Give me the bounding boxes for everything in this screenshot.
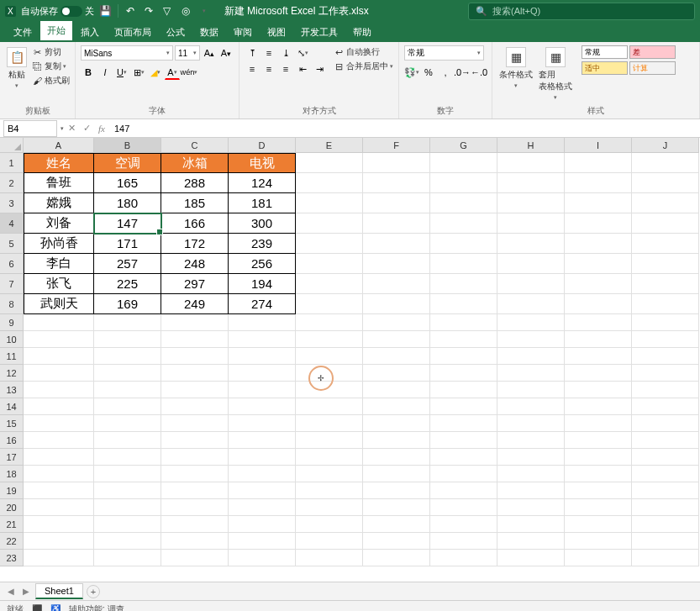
cell[interactable] xyxy=(296,254,363,274)
grow-font-button[interactable]: A▴ xyxy=(202,45,217,61)
cell[interactable] xyxy=(24,516,94,533)
cell[interactable] xyxy=(430,254,497,274)
cell[interactable]: 刘备 xyxy=(24,213,94,234)
row-header[interactable]: 1 xyxy=(0,153,24,173)
cell[interactable] xyxy=(296,314,363,331)
cell[interactable] xyxy=(296,274,363,294)
cell[interactable] xyxy=(94,348,161,365)
cell[interactable] xyxy=(632,254,699,274)
cell[interactable] xyxy=(94,466,161,482)
row-header[interactable]: 7 xyxy=(0,274,24,294)
cell[interactable] xyxy=(94,432,161,449)
row-header[interactable]: 11 xyxy=(0,348,24,365)
add-sheet-button[interactable]: + xyxy=(87,585,100,598)
name-box[interactable]: B4 xyxy=(3,120,57,137)
row-header[interactable]: 8 xyxy=(0,294,24,314)
cell[interactable] xyxy=(632,449,699,466)
cell[interactable] xyxy=(229,398,296,415)
cell[interactable] xyxy=(497,499,565,516)
cell[interactable]: 300 xyxy=(229,213,296,234)
cell[interactable] xyxy=(497,533,565,550)
cell[interactable] xyxy=(632,274,699,294)
cell[interactable] xyxy=(363,153,430,173)
cell[interactable] xyxy=(363,331,430,348)
cell[interactable] xyxy=(430,482,497,499)
row-header[interactable]: 2 xyxy=(0,173,24,193)
cell[interactable] xyxy=(24,398,94,415)
cell[interactable] xyxy=(430,449,497,466)
cell[interactable]: 172 xyxy=(161,234,229,254)
tab-file[interactable]: 文件 xyxy=(7,23,39,42)
col-header[interactable]: A xyxy=(24,138,94,153)
cell[interactable] xyxy=(565,193,632,213)
record-icon[interactable]: ⬛ xyxy=(32,604,42,611)
cell[interactable] xyxy=(632,382,699,398)
cell[interactable] xyxy=(430,153,497,173)
column-headers[interactable]: ABCDEFGHIJ xyxy=(24,138,699,153)
row-header[interactable]: 23 xyxy=(0,550,24,566)
row-header[interactable]: 15 xyxy=(0,415,24,432)
cell[interactable] xyxy=(565,432,632,449)
indent-inc-button[interactable]: ⇥ xyxy=(312,61,327,76)
cell[interactable] xyxy=(94,499,161,516)
cell[interactable] xyxy=(161,533,229,550)
tab-review[interactable]: 审阅 xyxy=(227,23,259,42)
underline-button[interactable]: U▾ xyxy=(114,65,129,80)
comma-button[interactable]: , xyxy=(438,65,453,80)
cell[interactable] xyxy=(497,432,565,449)
cell[interactable] xyxy=(430,533,497,550)
cell[interactable] xyxy=(565,234,632,254)
cell[interactable] xyxy=(24,550,94,566)
cell[interactable] xyxy=(565,365,632,382)
cut-button[interactable]: ✂剪切 xyxy=(31,45,70,59)
cell[interactable]: 181 xyxy=(229,193,296,213)
cell[interactable] xyxy=(296,173,363,193)
currency-button[interactable]: 💱▾ xyxy=(404,65,419,80)
cell[interactable] xyxy=(161,398,229,415)
row-header[interactable]: 3 xyxy=(0,193,24,213)
cell[interactable]: 124 xyxy=(229,173,296,193)
tab-view[interactable]: 视图 xyxy=(261,23,292,42)
cell[interactable] xyxy=(296,153,363,173)
cell[interactable] xyxy=(363,294,430,314)
fx-icon[interactable]: fx xyxy=(94,121,109,136)
cell[interactable] xyxy=(94,331,161,348)
cell[interactable] xyxy=(296,294,363,314)
cell[interactable] xyxy=(363,449,430,466)
cell[interactable] xyxy=(161,432,229,449)
cell[interactable] xyxy=(565,516,632,533)
merge-button[interactable]: ⊟合并后居中▾ xyxy=(333,60,393,73)
cell[interactable] xyxy=(229,365,296,382)
row-header[interactable]: 10 xyxy=(0,331,24,348)
cell[interactable] xyxy=(363,314,430,331)
orientation-button[interactable]: ⤡▾ xyxy=(295,45,310,61)
sheet-prev-icon[interactable]: ◀ xyxy=(5,586,17,598)
tab-insert[interactable]: 插入 xyxy=(74,23,106,42)
cell[interactable] xyxy=(296,499,363,516)
cell[interactable] xyxy=(430,382,497,398)
cell[interactable] xyxy=(430,314,497,331)
accessibility-icon[interactable]: ♿ xyxy=(50,604,61,611)
cell[interactable] xyxy=(24,348,94,365)
row-header[interactable]: 4 xyxy=(0,213,24,234)
align-top-button[interactable]: ⤒ xyxy=(245,45,260,61)
cell[interactable] xyxy=(296,516,363,533)
cell[interactable] xyxy=(497,294,565,314)
cell[interactable] xyxy=(565,449,632,466)
cell[interactable] xyxy=(632,482,699,499)
cell[interactable] xyxy=(632,331,699,348)
col-header[interactable]: E xyxy=(296,138,363,153)
cell[interactable] xyxy=(161,331,229,348)
cell[interactable] xyxy=(161,482,229,499)
cell[interactable] xyxy=(296,348,363,365)
row-header[interactable]: 12 xyxy=(0,365,24,382)
cell[interactable]: 171 xyxy=(94,234,161,254)
cell[interactable] xyxy=(632,398,699,415)
cell[interactable] xyxy=(296,432,363,449)
cell[interactable] xyxy=(24,449,94,466)
cell[interactable] xyxy=(497,550,565,566)
cell[interactable] xyxy=(296,533,363,550)
cell[interactable] xyxy=(632,213,699,234)
cell[interactable] xyxy=(430,550,497,566)
col-header[interactable]: B xyxy=(94,138,161,153)
